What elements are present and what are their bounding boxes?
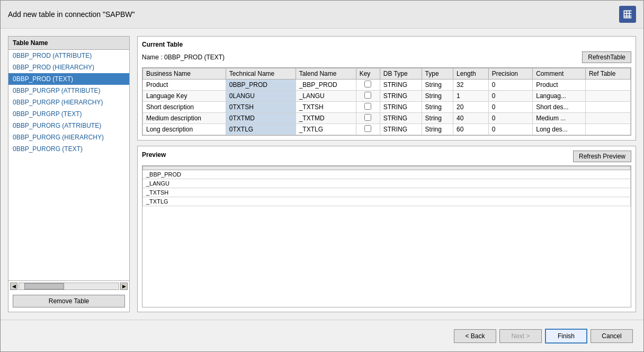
preview-cell: _BBP_PROD: [143, 170, 631, 179]
col-comment: Comment: [533, 68, 586, 80]
data-table-wrapper: Business Name Technical Name Talend Name…: [142, 67, 631, 136]
data-table-body: Product0BBP_PROD_BBP_PRODSTRINGString320…: [143, 80, 631, 135]
table-cell: String: [422, 91, 453, 102]
key-checkbox[interactable]: [364, 81, 371, 87]
table-cell: 60: [453, 124, 489, 135]
key-checkbox[interactable]: [364, 114, 371, 121]
list-item[interactable]: 0BBP_PROD (TEXT): [8, 73, 129, 85]
current-table-name: 0BBP_PROD (TEXT): [164, 54, 225, 61]
table-cell: 0: [488, 113, 533, 124]
scroll-left-arrow[interactable]: ◀: [10, 283, 17, 290]
next-button[interactable]: Next >: [499, 329, 542, 343]
remove-table-button[interactable]: Remove Table: [13, 295, 125, 307]
col-talend-name: Talend Name: [296, 68, 356, 80]
preview-section: Preview Refresh Preview _BBP_PROD_LANGU_…: [137, 146, 636, 312]
current-table-section: Current Table Name : 0BBP_PROD (TEXT) Re…: [137, 36, 636, 140]
table-list: 0BBP_PROD (ATTRIBUTE)0BBP_PROD (HIERARCH…: [8, 50, 129, 280]
key-checkbox[interactable]: [364, 92, 371, 99]
col-ref-table: Ref Table: [585, 68, 630, 80]
title-bar: Add new table in connection "SAPBW": [1, 1, 643, 29]
table-cell: STRING: [380, 124, 422, 135]
table-cell: Short des...: [533, 102, 586, 113]
right-panel: Current Table Name : 0BBP_PROD (TEXT) Re…: [137, 36, 636, 312]
table-name-label: Name : 0BBP_PROD (TEXT): [142, 54, 225, 61]
list-item[interactable]: 0BBP_PURORG (HIERARCHY): [8, 131, 129, 143]
table-cell: 0TXTMD: [226, 113, 296, 124]
table-cell: STRING: [380, 80, 422, 91]
horizontal-scrollbar[interactable]: ◀ ▶: [8, 280, 129, 292]
preview-table-wrapper: _BBP_PROD_LANGU_TXTSH_TXTLG: [142, 165, 631, 307]
preview-header: Preview Refresh Preview: [142, 151, 631, 162]
preview-cell: _TXTLG: [143, 197, 631, 206]
table-cell: String: [422, 102, 453, 113]
table-cell: 32: [453, 80, 489, 91]
finish-button[interactable]: Finish: [545, 329, 587, 344]
content-area: Table Name 0BBP_PROD (ATTRIBUTE)0BBP_PRO…: [1, 29, 643, 320]
col-precision: Precision: [488, 68, 533, 80]
preview-cell: _LANGU: [143, 179, 631, 188]
table-cell: [585, 80, 630, 91]
table-row: Product0BBP_PROD_BBP_PRODSTRINGString320…: [143, 80, 631, 91]
col-length: Length: [453, 68, 489, 80]
current-table-label: Current Table: [142, 41, 631, 48]
scroll-right-arrow[interactable]: ▶: [120, 283, 128, 290]
col-key: Key: [356, 68, 380, 80]
table-cell: STRING: [380, 102, 422, 113]
table-cell: String: [422, 124, 453, 135]
list-item[interactable]: 0BBP_PURGRP (ATTRIBUTE): [8, 85, 129, 96]
table-row: Language Key0LANGU_LANGUSTRINGString10La…: [143, 91, 631, 102]
table-cell: 0TXTSH: [226, 102, 296, 113]
table-cell: 0: [488, 91, 533, 102]
back-button[interactable]: < Back: [454, 329, 496, 343]
preview-header-row: [143, 166, 631, 170]
table-cell: Product: [533, 80, 586, 91]
table-cell: Long des...: [533, 124, 586, 135]
table-cell: _TXTMD: [296, 113, 356, 124]
table-cell: STRING: [380, 91, 422, 102]
refresh-preview-button[interactable]: Refresh Preview: [573, 151, 631, 162]
key-checkbox[interactable]: [364, 125, 371, 132]
table-row: Short description0TXTSH_TXTSHSTRINGStrin…: [143, 102, 631, 113]
preview-row: _TXTSH: [143, 188, 631, 197]
list-item[interactable]: 0BBP_PURORG (TEXT): [8, 143, 129, 155]
list-item[interactable]: 0BBP_PURGRP (TEXT): [8, 108, 129, 120]
table-cell: Long description: [143, 124, 226, 135]
table-cell: _TXTSH: [296, 102, 356, 113]
preview-label: Preview: [142, 151, 166, 159]
table-cell: Medium description: [143, 113, 226, 124]
refresh-table-button[interactable]: RefreshTable: [582, 51, 631, 63]
table-cell: _BBP_PROD: [296, 80, 356, 91]
table-cell: 0TXTLG: [226, 124, 296, 135]
table-cell: Languag...: [533, 91, 586, 102]
preview-table-body: _BBP_PROD_LANGU_TXTSH_TXTLG: [143, 170, 631, 206]
preview-col-header: [143, 166, 631, 170]
data-table: Business Name Technical Name Talend Name…: [142, 68, 631, 135]
table-cell: Language Key: [143, 91, 226, 102]
table-cell: [585, 91, 630, 102]
table-row: Long description0TXTLG_TXTLGSTRINGString…: [143, 124, 631, 135]
list-item[interactable]: 0BBP_PURGRP (HIERARCHY): [8, 96, 129, 108]
table-cell: [585, 102, 630, 113]
cancel-button[interactable]: Cancel: [591, 329, 633, 343]
table-cell: Product: [143, 80, 226, 91]
col-business-name: Business Name: [143, 68, 226, 80]
key-checkbox[interactable]: [364, 103, 371, 110]
preview-row: _TXTLG: [143, 197, 631, 206]
table-cell: 0LANGU: [226, 91, 296, 102]
table-cell: 0: [488, 80, 533, 91]
list-item[interactable]: 0BBP_PURORG (ATTRIBUTE): [8, 120, 129, 131]
list-item[interactable]: 0BBP_PROD (HIERARCHY): [8, 61, 129, 73]
col-technical-name: Technical Name: [226, 68, 296, 80]
table-cell: [585, 124, 630, 135]
table-cell: 1: [453, 91, 489, 102]
list-item[interactable]: 0BBP_PROD (ATTRIBUTE): [8, 50, 129, 61]
table-cell: 0: [488, 102, 533, 113]
preview-cell: _TXTSH: [143, 188, 631, 197]
table-name-header: Table Name: [8, 37, 129, 50]
table-row: Medium description0TXTMD_TXTMDSTRINGStri…: [143, 113, 631, 124]
table-cell: _LANGU: [296, 91, 356, 102]
col-type: Type: [422, 68, 453, 80]
scroll-track[interactable]: [19, 283, 119, 290]
current-table-header: Name : 0BBP_PROD (TEXT) RefreshTable: [142, 51, 631, 63]
dialog-title: Add new table in connection "SAPBW": [8, 10, 135, 19]
